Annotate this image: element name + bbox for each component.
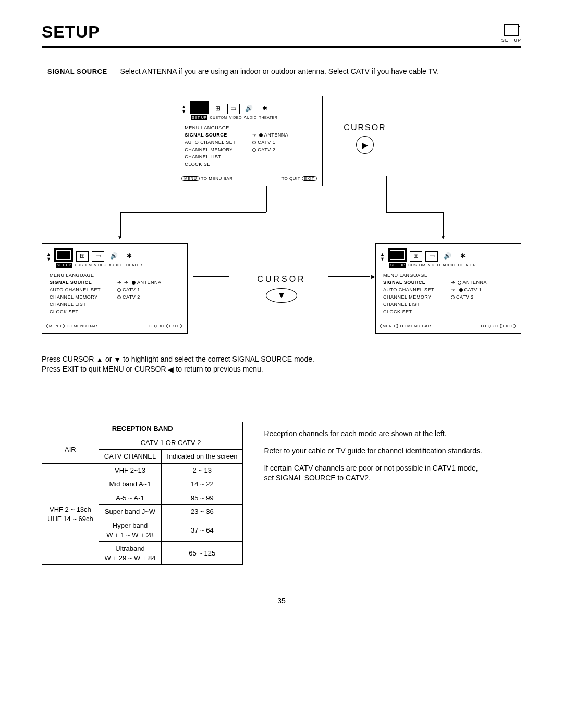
table-cell: A-5 ~ A-1 xyxy=(99,491,161,505)
radio-icon xyxy=(252,141,256,144)
table-cell: 14 ~ 22 xyxy=(162,477,243,491)
menu-tab: SET UP xyxy=(191,115,207,120)
arrow-right-icon: ➔ xyxy=(451,279,456,286)
menu-tab: VIDEO xyxy=(427,263,440,268)
setup-header-icon: SET UP xyxy=(501,24,521,43)
menu-tab: THEATER xyxy=(124,263,142,268)
menu-item: CLOCK SET xyxy=(185,161,252,168)
menu-option: CATV 2 xyxy=(451,294,474,301)
note-3: If certain CATV channels are poor or not… xyxy=(264,463,488,483)
tv-menu-icon xyxy=(54,248,73,262)
tv-icon xyxy=(504,24,519,36)
arrow-right-icon: ➔ xyxy=(117,279,122,286)
tv-menu-icon xyxy=(388,248,407,262)
option-label: CATV 1 xyxy=(464,287,482,293)
menu-tab: AUDIO xyxy=(244,115,257,120)
radio-icon xyxy=(458,281,461,285)
menu-tab: SET UP xyxy=(56,263,72,268)
menu-tab: THEATER xyxy=(457,263,476,268)
table-cell: Ultraband W + 29 ~ W + 84 xyxy=(99,542,161,565)
menu-item: MENU LANGUAGE xyxy=(185,125,252,131)
custom-icon: ⊞ xyxy=(410,251,422,262)
nav-arrows-icon: ▲▼ xyxy=(46,252,51,262)
menu-footer-text: TO QUIT xyxy=(282,176,300,181)
diagram-bottom: ▲▼⊞▭🔊✱SET UPCUSTOMVIDEOAUDIOTHEATERMENU … xyxy=(42,243,521,334)
theater-icon: ✱ xyxy=(123,251,136,262)
radio-icon xyxy=(459,288,463,292)
cursor-right-button[interactable]: ▶ xyxy=(356,136,374,154)
menu-tab: VIDEO xyxy=(229,115,242,120)
cursor-down-block: CURSOR ▼ xyxy=(257,274,305,303)
table-cell: 37 ~ 64 xyxy=(162,519,243,542)
video-icon: ▭ xyxy=(425,251,438,262)
menu-tab: CUSTOM xyxy=(210,115,227,120)
menu-option: CATV 1 xyxy=(252,139,275,146)
instr2b: to return to previous menu. xyxy=(174,365,263,373)
audio-icon: 🔊 xyxy=(441,251,454,262)
note-2: Refer to your cable or TV guide for chan… xyxy=(264,446,488,456)
setup-icon-label: SET UP xyxy=(501,38,521,43)
table-title: RECEPTION BAND xyxy=(42,422,243,436)
menu-tab: AUDIO xyxy=(109,263,122,268)
table-cell: 65 ~ 125 xyxy=(162,542,243,565)
menu-tab: THEATER xyxy=(259,115,278,120)
menu-item: AUTO CHANNEL SET xyxy=(185,139,252,146)
exit-softkey: EXIT xyxy=(500,324,516,328)
menu-tab: CUSTOM xyxy=(408,263,425,268)
left-triangle-icon: ◀ xyxy=(168,365,174,375)
menu-item: CHANNEL LIST xyxy=(383,301,451,308)
option-label: ANTENNA xyxy=(463,279,487,286)
arrow-right-icon: ➔ xyxy=(252,132,257,139)
audio-icon: 🔊 xyxy=(243,104,255,114)
cursor-down-button[interactable]: ▼ xyxy=(266,288,297,303)
exit-softkey: EXIT xyxy=(166,324,182,328)
col-screen: Indicated on the screen xyxy=(162,450,243,464)
option-label: ANTENNA xyxy=(264,132,289,139)
table-cell: 95 ~ 99 xyxy=(162,491,243,505)
menu-tab: CUSTOM xyxy=(75,263,92,268)
menu-option: ANTENNA xyxy=(259,132,289,139)
menu-option: CATV 2 xyxy=(252,146,275,153)
col-catv: CATV CHANNEL xyxy=(99,450,161,464)
cursor-right-block: CURSOR ▶ xyxy=(344,122,386,154)
option-label: CATV 2 xyxy=(258,146,275,153)
nav-arrows-icon: ▲▼ xyxy=(181,105,186,114)
page-number: 35 xyxy=(42,596,521,606)
reception-band-section: RECEPTION BAND AIR CATV 1 OR CATV 2 CATV… xyxy=(42,422,521,565)
menu-option: CATV 1 xyxy=(117,287,140,293)
menu-item: CLOCK SET xyxy=(50,309,117,315)
tv-menu-icon xyxy=(190,101,209,114)
instr1c: to highlight and select the correct SIGN… xyxy=(121,355,314,363)
menu-item: CHANNEL LIST xyxy=(50,301,117,308)
video-icon: ▭ xyxy=(92,251,104,262)
menu-option: ANTENNA xyxy=(458,279,487,286)
menu-item: CHANNEL LIST xyxy=(185,154,252,161)
menu-softkey: MENU xyxy=(380,324,398,328)
connector-lines xyxy=(42,186,521,238)
nav-arrows-icon: ▲▼ xyxy=(380,252,385,262)
diagram-top: ▲▼⊞▭🔊✱SET UPCUSTOMVIDEOAUDIOTHEATERMENU … xyxy=(42,96,521,186)
instructions: Press CURSOR ▲ or ▼ to highlight and sel… xyxy=(42,354,521,375)
menu-option: ➔CATV 1 xyxy=(451,287,482,293)
option-label: ANTENNA xyxy=(137,279,162,286)
menu-item: CHANNEL MEMORY xyxy=(383,294,451,301)
menu-item: AUTO CHANNEL SET xyxy=(50,287,117,293)
custom-icon: ⊞ xyxy=(76,251,89,262)
menu-item: MENU LANGUAGE xyxy=(50,272,117,279)
up-triangle-icon: ▲ xyxy=(96,355,103,365)
menu-tab: VIDEO xyxy=(94,263,106,268)
table-cell: VHF 2~13 xyxy=(99,463,161,477)
menu-item: MENU LANGUAGE xyxy=(383,272,451,279)
page-header: SETUP SET UP xyxy=(42,21,521,43)
note-1: Reception channels for each mode are sho… xyxy=(264,429,488,439)
menu-footer-text: TO QUIT xyxy=(480,324,499,328)
menu-option: CATV 2 xyxy=(117,294,140,301)
menu-footer-text: TO MENU BAR xyxy=(201,176,233,181)
table-cell: Super band J~W xyxy=(99,505,161,519)
arrow-right-icon: ➔ xyxy=(124,279,129,286)
option-label: CATV 1 xyxy=(123,287,140,293)
menu-footer-text: TO QUIT xyxy=(146,324,165,328)
header-divider xyxy=(42,46,521,48)
menu-item: CLOCK SET xyxy=(383,309,451,315)
theater-icon: ✱ xyxy=(457,251,469,262)
